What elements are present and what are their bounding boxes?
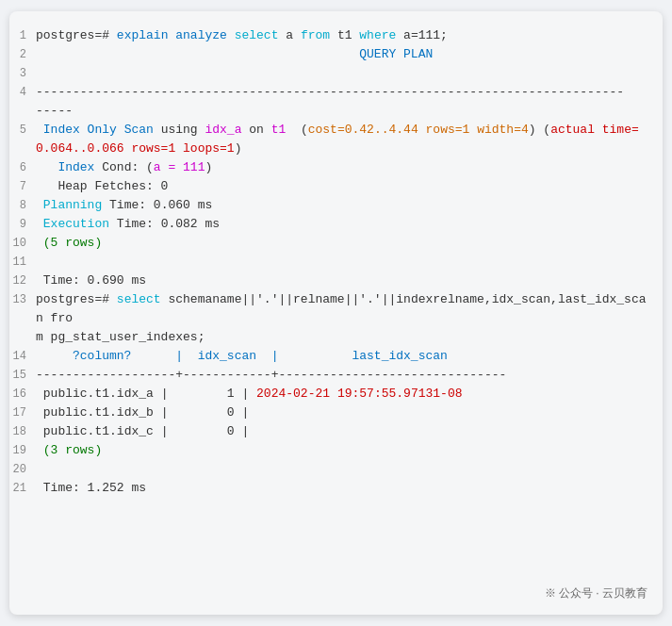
line-content: postgres=# explain analyze select a from… bbox=[36, 26, 647, 45]
line-number: 2 bbox=[9, 45, 36, 64]
line-content: Execution Time: 0.082 ms bbox=[36, 215, 647, 234]
line-number: 7 bbox=[9, 177, 36, 196]
line-content: Index Only Scan using idx_a on t1 (cost=… bbox=[36, 121, 647, 158]
line-content: Planning Time: 0.060 ms bbox=[36, 196, 647, 215]
line-content bbox=[36, 64, 647, 83]
line-number: 10 bbox=[9, 234, 36, 253]
line: 16 public.t1.idx_a | 1 | 2024-02-21 19:5… bbox=[9, 385, 655, 404]
line-content: (5 rows) bbox=[36, 234, 647, 253]
line: 14 ?column? | idx_scan | last_idx_scan bbox=[9, 347, 655, 366]
line: 15-------------------+------------+-----… bbox=[9, 366, 655, 385]
line-number: 8 bbox=[9, 196, 36, 215]
line-number: 15 bbox=[9, 366, 36, 385]
line: 11 bbox=[9, 253, 655, 272]
line-content bbox=[36, 460, 647, 479]
line: 18 public.t1.idx_c | 0 | bbox=[9, 422, 655, 441]
line-content: -------------------+------------+-------… bbox=[36, 366, 647, 385]
line-number: 19 bbox=[9, 441, 36, 460]
line-content: public.t1.idx_c | 0 | bbox=[36, 422, 647, 441]
line: 21 Time: 1.252 ms bbox=[9, 479, 655, 498]
line-content: Time: 1.252 ms bbox=[36, 479, 647, 498]
line: 13postgres=# select schemaname||'.'||rel… bbox=[9, 290, 655, 347]
line: 20 bbox=[9, 460, 655, 479]
line-content: ?column? | idx_scan | last_idx_scan bbox=[36, 347, 647, 366]
line-number: 21 bbox=[9, 479, 36, 498]
line: 3 bbox=[9, 64, 655, 83]
line: 5 Index Only Scan using idx_a on t1 (cos… bbox=[9, 121, 655, 158]
line: 1postgres=# explain analyze select a fro… bbox=[9, 26, 655, 45]
line-number: 6 bbox=[9, 158, 36, 177]
line: 6 Index Cond: (a = 111) bbox=[9, 158, 655, 177]
line-number: 9 bbox=[9, 215, 36, 234]
line-number: 12 bbox=[9, 272, 36, 290]
line-number: 3 bbox=[9, 64, 36, 83]
line-content: postgres=# select schemaname||'.'||relna… bbox=[36, 290, 647, 347]
line: 9 Execution Time: 0.082 ms bbox=[9, 215, 655, 234]
line-number: 4 bbox=[9, 83, 36, 121]
line-number: 1 bbox=[9, 26, 36, 45]
line-number: 16 bbox=[9, 385, 36, 404]
line-number: 20 bbox=[9, 460, 36, 479]
line: 7 Heap Fetches: 0 bbox=[9, 177, 655, 196]
line-number: 13 bbox=[9, 290, 36, 347]
line-number: 14 bbox=[9, 347, 36, 366]
line: 8 Planning Time: 0.060 ms bbox=[9, 196, 655, 215]
line-number: 18 bbox=[9, 422, 36, 441]
watermark: ※ 公众号 · 云贝教育 bbox=[545, 585, 647, 601]
line: 17 public.t1.idx_b | 0 | bbox=[9, 404, 655, 422]
line-content: (3 rows) bbox=[36, 441, 647, 460]
line-content: Heap Fetches: 0 bbox=[36, 177, 647, 196]
line: 10 (5 rows) bbox=[9, 234, 655, 253]
line: 4---------------------------------------… bbox=[9, 83, 655, 121]
line-content: Index Cond: (a = 111) bbox=[36, 158, 647, 177]
line-number: 17 bbox=[9, 404, 36, 422]
line-content: ----------------------------------------… bbox=[36, 83, 647, 121]
line: 12 Time: 0.690 ms bbox=[9, 272, 655, 290]
line-content: Time: 0.690 ms bbox=[36, 272, 647, 290]
line-number: 5 bbox=[9, 121, 36, 158]
terminal-window: 1postgres=# explain analyze select a fro… bbox=[9, 11, 663, 615]
line-number: 11 bbox=[9, 253, 36, 272]
line-content: public.t1.idx_a | 1 | 2024-02-21 19:57:5… bbox=[36, 385, 647, 404]
line-content: QUERY PLAN bbox=[36, 45, 647, 64]
line: 2 QUERY PLAN bbox=[9, 45, 655, 64]
line-content: public.t1.idx_b | 0 | bbox=[36, 404, 647, 422]
line: 19 (3 rows) bbox=[9, 441, 655, 460]
line-content bbox=[36, 253, 647, 272]
